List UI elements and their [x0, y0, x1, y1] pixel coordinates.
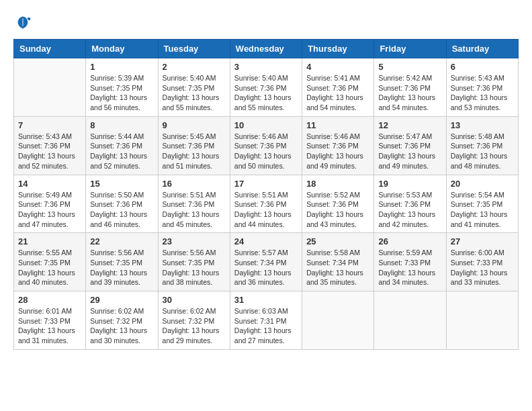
day-info: Sunrise: 5:43 AMSunset: 7:36 PMDaylight:…: [451, 73, 514, 113]
calendar-cell: 16Sunrise: 5:51 AMSunset: 7:36 PMDayligh…: [158, 175, 230, 233]
day-number: 28: [18, 295, 81, 305]
day-number: 6: [451, 62, 514, 72]
header-tuesday: Tuesday: [158, 40, 230, 58]
day-number: 24: [234, 236, 298, 246]
day-number: 10: [234, 120, 298, 130]
day-number: 3: [234, 62, 298, 72]
day-info: Sunrise: 5:40 AMSunset: 7:36 PMDaylight:…: [234, 73, 298, 113]
calendar-week-row: 14Sunrise: 5:49 AMSunset: 7:36 PMDayligh…: [14, 175, 519, 233]
calendar-cell: 24Sunrise: 5:57 AMSunset: 7:34 PMDayligh…: [230, 233, 302, 291]
calendar-cell: 6Sunrise: 5:43 AMSunset: 7:36 PMDaylight…: [446, 58, 518, 117]
calendar-cell: 31Sunrise: 6:03 AMSunset: 7:31 PMDayligh…: [230, 291, 302, 350]
day-info: Sunrise: 6:02 AMSunset: 7:32 PMDaylight:…: [163, 306, 226, 346]
calendar-cell: 8Sunrise: 5:44 AMSunset: 7:36 PMDaylight…: [86, 116, 158, 175]
day-info: Sunrise: 5:52 AMSunset: 7:36 PMDaylight:…: [306, 190, 369, 230]
calendar-cell: 1Sunrise: 5:39 AMSunset: 7:35 PMDaylight…: [86, 58, 158, 117]
day-number: 7: [18, 120, 81, 130]
day-number: 18: [306, 179, 369, 189]
day-number: 29: [90, 295, 153, 305]
day-number: 1: [90, 62, 153, 72]
day-info: Sunrise: 5:42 AMSunset: 7:36 PMDaylight:…: [378, 73, 441, 113]
calendar-cell: [302, 291, 374, 350]
calendar-cell: 7Sunrise: 5:43 AMSunset: 7:36 PMDaylight…: [14, 116, 86, 175]
calendar-cell: 12Sunrise: 5:47 AMSunset: 7:36 PMDayligh…: [374, 116, 446, 175]
day-info: Sunrise: 5:53 AMSunset: 7:36 PMDaylight:…: [378, 190, 441, 230]
day-info: Sunrise: 5:55 AMSunset: 7:35 PMDaylight:…: [18, 248, 81, 287]
day-info: Sunrise: 5:59 AMSunset: 7:33 PMDaylight:…: [378, 248, 441, 287]
day-info: Sunrise: 5:41 AMSunset: 7:36 PMDaylight:…: [306, 73, 369, 113]
day-number: 9: [163, 120, 226, 130]
day-number: 21: [18, 236, 81, 246]
calendar-cell: 25Sunrise: 5:58 AMSunset: 7:34 PMDayligh…: [302, 233, 374, 291]
calendar-cell: 4Sunrise: 5:41 AMSunset: 7:36 PMDaylight…: [302, 58, 374, 117]
day-number: 4: [306, 62, 369, 72]
calendar-week-row: 7Sunrise: 5:43 AMSunset: 7:36 PMDaylight…: [14, 116, 519, 175]
calendar-cell: 22Sunrise: 5:56 AMSunset: 7:35 PMDayligh…: [86, 233, 158, 291]
calendar-cell: 10Sunrise: 5:46 AMSunset: 7:36 PMDayligh…: [230, 116, 302, 175]
day-info: Sunrise: 5:56 AMSunset: 7:35 PMDaylight:…: [90, 248, 153, 287]
header-thursday: Thursday: [302, 40, 374, 58]
day-number: 5: [378, 62, 441, 72]
day-info: Sunrise: 5:50 AMSunset: 7:36 PMDaylight:…: [90, 190, 153, 230]
calendar-cell: 15Sunrise: 5:50 AMSunset: 7:36 PMDayligh…: [86, 175, 158, 233]
header-monday: Monday: [86, 40, 158, 58]
day-info: Sunrise: 6:00 AMSunset: 7:33 PMDaylight:…: [451, 248, 514, 287]
calendar-cell: [14, 58, 86, 117]
day-number: 8: [90, 120, 153, 130]
day-number: 12: [378, 120, 441, 130]
day-info: Sunrise: 5:39 AMSunset: 7:35 PMDaylight:…: [90, 73, 153, 113]
header-sunday: Sunday: [14, 40, 86, 58]
day-info: Sunrise: 5:45 AMSunset: 7:36 PMDaylight:…: [163, 132, 226, 171]
logo-icon: [13, 13, 32, 32]
calendar-cell: 30Sunrise: 6:02 AMSunset: 7:32 PMDayligh…: [158, 291, 230, 350]
calendar-cell: 3Sunrise: 5:40 AMSunset: 7:36 PMDaylight…: [230, 58, 302, 117]
day-info: Sunrise: 5:48 AMSunset: 7:36 PMDaylight:…: [451, 132, 514, 171]
day-info: Sunrise: 5:58 AMSunset: 7:34 PMDaylight:…: [306, 248, 369, 287]
day-info: Sunrise: 5:43 AMSunset: 7:36 PMDaylight:…: [18, 132, 81, 171]
calendar-cell: [374, 291, 446, 350]
logo: [13, 13, 35, 32]
day-info: Sunrise: 5:46 AMSunset: 7:36 PMDaylight:…: [234, 132, 298, 171]
day-info: Sunrise: 6:02 AMSunset: 7:32 PMDaylight:…: [90, 306, 153, 346]
day-number: 15: [90, 179, 153, 189]
day-info: Sunrise: 5:49 AMSunset: 7:36 PMDaylight:…: [18, 190, 81, 230]
calendar-cell: 14Sunrise: 5:49 AMSunset: 7:36 PMDayligh…: [14, 175, 86, 233]
day-info: Sunrise: 5:40 AMSunset: 7:35 PMDaylight:…: [163, 73, 226, 113]
day-number: 20: [451, 179, 514, 189]
calendar-cell: 21Sunrise: 5:55 AMSunset: 7:35 PMDayligh…: [14, 233, 86, 291]
day-number: 13: [451, 120, 514, 130]
day-info: Sunrise: 6:03 AMSunset: 7:31 PMDaylight:…: [234, 306, 298, 346]
day-info: Sunrise: 5:57 AMSunset: 7:34 PMDaylight:…: [234, 248, 298, 287]
weekday-header-row: Sunday Monday Tuesday Wednesday Thursday…: [14, 40, 519, 58]
day-number: 31: [234, 295, 298, 305]
day-info: Sunrise: 5:51 AMSunset: 7:36 PMDaylight:…: [163, 190, 226, 230]
calendar-cell: 20Sunrise: 5:54 AMSunset: 7:35 PMDayligh…: [446, 175, 518, 233]
day-info: Sunrise: 5:44 AMSunset: 7:36 PMDaylight:…: [90, 132, 153, 171]
calendar-cell: 28Sunrise: 6:01 AMSunset: 7:33 PMDayligh…: [14, 291, 86, 350]
calendar-cell: 23Sunrise: 5:56 AMSunset: 7:35 PMDayligh…: [158, 233, 230, 291]
calendar-week-row: 28Sunrise: 6:01 AMSunset: 7:33 PMDayligh…: [14, 291, 519, 350]
calendar-cell: 5Sunrise: 5:42 AMSunset: 7:36 PMDaylight…: [374, 58, 446, 117]
calendar-cell: 26Sunrise: 5:59 AMSunset: 7:33 PMDayligh…: [374, 233, 446, 291]
day-number: 26: [378, 236, 441, 246]
day-number: 17: [234, 179, 298, 189]
day-number: 11: [306, 120, 369, 130]
calendar-cell: 27Sunrise: 6:00 AMSunset: 7:33 PMDayligh…: [446, 233, 518, 291]
header-friday: Friday: [374, 40, 446, 58]
day-number: 23: [163, 236, 226, 246]
day-info: Sunrise: 5:54 AMSunset: 7:35 PMDaylight:…: [451, 190, 514, 230]
day-info: Sunrise: 5:51 AMSunset: 7:36 PMDaylight:…: [234, 190, 298, 230]
calendar-table: Sunday Monday Tuesday Wednesday Thursday…: [13, 39, 519, 350]
calendar-cell: [446, 291, 518, 350]
day-number: 27: [451, 236, 514, 246]
calendar-cell: 19Sunrise: 5:53 AMSunset: 7:36 PMDayligh…: [374, 175, 446, 233]
day-info: Sunrise: 6:01 AMSunset: 7:33 PMDaylight:…: [18, 306, 81, 346]
day-info: Sunrise: 5:47 AMSunset: 7:36 PMDaylight:…: [378, 132, 441, 171]
day-number: 14: [18, 179, 81, 189]
day-number: 25: [306, 236, 369, 246]
calendar-cell: 9Sunrise: 5:45 AMSunset: 7:36 PMDaylight…: [158, 116, 230, 175]
calendar-cell: 2Sunrise: 5:40 AMSunset: 7:35 PMDaylight…: [158, 58, 230, 117]
calendar-week-row: 21Sunrise: 5:55 AMSunset: 7:35 PMDayligh…: [14, 233, 519, 291]
calendar-cell: 18Sunrise: 5:52 AMSunset: 7:36 PMDayligh…: [302, 175, 374, 233]
calendar-cell: 17Sunrise: 5:51 AMSunset: 7:36 PMDayligh…: [230, 175, 302, 233]
